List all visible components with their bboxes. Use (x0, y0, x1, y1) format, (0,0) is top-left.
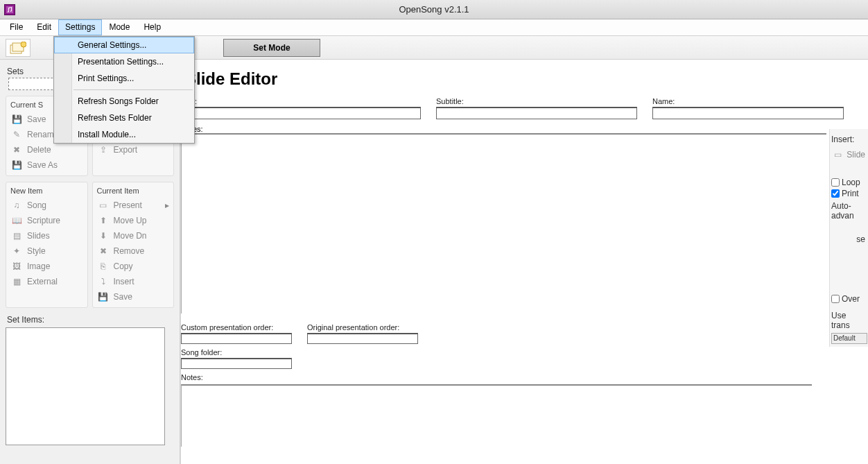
action-export[interactable]: ⇪Export (96, 142, 171, 157)
present-icon: ▭ (97, 200, 110, 211)
editor-panel: Slide Editor itle: Subtitle: Name: lides… (180, 60, 868, 464)
item-copy[interactable]: ⎘Copy (96, 259, 171, 274)
menu-help[interactable]: Help (137, 19, 168, 35)
notes-input[interactable] (181, 384, 812, 447)
new-song[interactable]: ♫Song (9, 198, 85, 213)
notes-label: Notes: (181, 373, 826, 381)
loop-checkbox[interactable]: Loop (831, 178, 867, 187)
action-save-as[interactable]: 💾Save As (9, 157, 85, 173)
svg-point-3 (21, 42, 26, 47)
custom-order-label: Custom presentation order: (181, 323, 292, 332)
new-style[interactable]: ✦Style (9, 243, 85, 259)
subtitle-input[interactable] (436, 107, 637, 119)
current-item-group: Current Item ▭Present▸ ⬆Move Up ⬇Move Dn… (92, 182, 175, 308)
chevron-right-icon: ▸ (165, 200, 169, 210)
menu-edit[interactable]: Edit (30, 19, 58, 35)
slides-box[interactable] (181, 133, 826, 313)
slide-icon: ▭ (833, 149, 842, 160)
menu-item-general-settings[interactable]: General Settings... (54, 37, 194, 53)
save-icon: 💾 (97, 291, 110, 302)
item-move-up[interactable]: ⬆Move Up (96, 213, 171, 228)
item-move-dn[interactable]: ⬇Move Dn (96, 228, 171, 243)
new-item-group: New Item ♫Song 📖Scripture ▤Slides ✦Style… (6, 182, 88, 308)
menu-item-refresh-sets[interactable]: Refresh Sets Folder (54, 110, 194, 126)
arrow-up-icon: ⬆ (97, 215, 110, 226)
title-input[interactable] (185, 107, 421, 119)
style-icon: ✦ (10, 246, 23, 257)
remove-icon: ✖ (97, 246, 110, 257)
name-label: Name: (652, 97, 844, 105)
custom-order-input[interactable] (181, 333, 292, 344)
set-items-list[interactable] (6, 327, 165, 445)
title-label: itle: (185, 97, 421, 105)
new-set-icon[interactable] (6, 39, 31, 57)
save-as-icon: 💾 (10, 160, 23, 171)
item-remove[interactable]: ✖Remove (96, 243, 171, 259)
current-item-label: Current Item (96, 185, 171, 198)
insert-label: Insert: (831, 135, 867, 144)
transition-select[interactable]: Default (831, 333, 867, 344)
menu-settings[interactable]: Settings (58, 19, 102, 35)
settings-dropdown: General Settings... Presentation Setting… (53, 36, 195, 144)
slides-icon: ▤ (10, 230, 23, 241)
menu-mode[interactable]: Mode (102, 19, 137, 35)
copy-icon: ⎘ (97, 261, 110, 272)
delete-icon: ✖ (10, 144, 23, 155)
menu-separator (73, 89, 193, 90)
auto-advance-label: Auto-advan (831, 201, 867, 221)
svg-rect-0 (6, 6, 13, 13)
set-items-label: Set Items: (7, 315, 174, 325)
menu-file[interactable]: File (3, 19, 30, 35)
new-item-label: New Item (9, 185, 85, 198)
window-title: OpenSong v2.1.1 (0, 4, 868, 15)
action-delete[interactable]: ✖Delete (9, 142, 85, 157)
arrow-down-icon: ⬇ (97, 230, 110, 241)
menu-item-print-settings[interactable]: Print Settings... (54, 70, 194, 87)
song-folder-input[interactable] (181, 358, 292, 369)
menu-item-presentation-settings[interactable]: Presentation Settings... (54, 53, 194, 70)
use-transition-label: Use trans (831, 311, 867, 330)
se-label: se (831, 234, 867, 244)
new-image[interactable]: 🖼Image (9, 259, 85, 274)
set-mode-button[interactable]: Set Mode (223, 39, 320, 57)
subtitle-label: Subtitle: (436, 97, 637, 105)
slides-label: lides: (185, 125, 868, 133)
name-input[interactable] (652, 107, 844, 119)
insert-slide[interactable]: ▭Slide (831, 147, 867, 162)
external-icon: ▦ (10, 276, 23, 287)
item-present[interactable]: ▭Present▸ (96, 198, 171, 213)
original-order-input[interactable] (307, 333, 418, 344)
item-insert[interactable]: ⤵Insert (96, 274, 171, 289)
editor-heading: Slide Editor (185, 69, 868, 89)
image-icon: 🖼 (10, 261, 23, 272)
app-icon (4, 4, 15, 15)
titlebar: OpenSong v2.1.1 (0, 0, 868, 19)
insert-icon: ⤵ (97, 276, 110, 287)
menubar: File Edit Settings Mode Help (0, 19, 868, 36)
right-sidebar: Insert: ▭Slide Loop Print Auto-advan se … (829, 129, 868, 347)
rename-icon: ✎ (10, 129, 23, 140)
new-slides[interactable]: ▤Slides (9, 228, 85, 243)
menu-item-refresh-songs[interactable]: Refresh Songs Folder (54, 93, 194, 110)
menu-item-install-module[interactable]: Install Module... (54, 126, 194, 143)
scripture-icon: 📖 (10, 215, 23, 226)
save-icon: 💾 (10, 114, 23, 125)
item-save[interactable]: 💾Save (96, 289, 171, 304)
song-icon: ♫ (10, 200, 23, 211)
original-order-label: Original presentation order: (307, 323, 418, 332)
print-checkbox[interactable]: Print (831, 189, 867, 198)
song-folder-label: Song folder: (181, 348, 826, 356)
new-scripture[interactable]: 📖Scripture (9, 213, 85, 228)
new-external[interactable]: ▦External (9, 274, 85, 289)
export-icon: ⇪ (97, 144, 110, 155)
override-checkbox[interactable]: Over (831, 294, 867, 304)
